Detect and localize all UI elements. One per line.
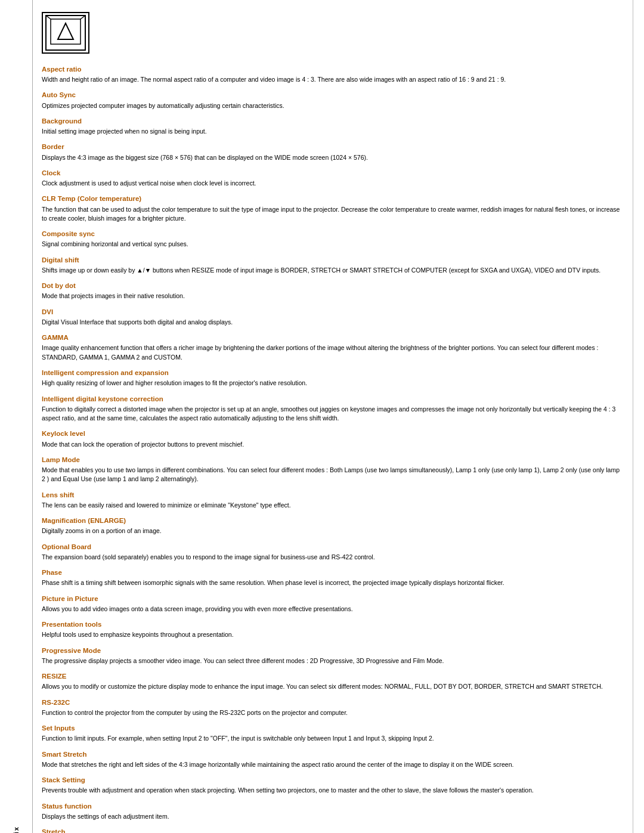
entry-title-clr-temp: CLR Temp (Color temperature) <box>42 194 620 203</box>
logo-box <box>42 12 89 54</box>
entry-desc-presentation-tools: Helpful tools used to emphasize keypoint… <box>42 631 234 638</box>
entry-desc-stack-setting: Prevents trouble with adjustment and ope… <box>42 786 534 794</box>
entry-desc-gamma: Image quality enhancement function that … <box>42 344 599 360</box>
entry-desc-intelligent-keystone: Function to digitally correct a distorte… <box>42 405 615 422</box>
entry-title-digital-shift: Digital shift <box>42 255 620 265</box>
svg-rect-2 <box>46 16 85 50</box>
entry-title-rs232c: RS-232C <box>42 698 620 707</box>
entry-title-border: Border <box>42 142 620 151</box>
entry-desc-composite-sync: Signal combining horizontal and vertical… <box>42 240 188 247</box>
entry-desc-phase: Phase shift is a timing shift between is… <box>42 579 504 586</box>
entry-title-set-inputs: Set Inputs <box>42 723 620 733</box>
entry-desc-lens-shift: The lens can be easily raised and lowere… <box>42 501 291 509</box>
entry-intelligent-keystone: Intelligent digital keystone correctionF… <box>42 394 620 423</box>
entry-phase: PhasePhase shift is a timing shift betwe… <box>42 568 620 587</box>
entry-desc-keylock: Mode that can lock the operation of proj… <box>42 441 244 448</box>
right-border <box>633 0 633 833</box>
entry-desc-intelligent-compression: High quality resizing of lower and highe… <box>42 379 307 386</box>
entry-stretch: StretchMode that stretches the 4:3 image… <box>42 827 620 833</box>
entry-presentation-tools: Presentation toolsHelpful tools used to … <box>42 620 620 639</box>
entry-title-keylock: Keylock level <box>42 429 620 438</box>
entry-clr-temp: CLR Temp (Color temperature)The function… <box>42 194 620 223</box>
entry-gamma: GAMMAImage quality enhancement function … <box>42 333 620 362</box>
entry-rs232c: RS-232CFunction to control the projector… <box>42 698 620 717</box>
entry-stack-setting: Stack SettingPrevents trouble with adjus… <box>42 775 620 795</box>
entry-desc-resize: Allows you to modify or customize the pi… <box>42 683 603 690</box>
entry-title-auto-sync: Auto Sync <box>42 90 620 100</box>
entry-lamp-mode: Lamp ModeMode that enables you to use tw… <box>42 455 620 484</box>
entry-set-inputs: Set InputsFunction to limit inputs. For … <box>42 723 620 743</box>
entry-title-phase: Phase <box>42 568 620 577</box>
entry-title-composite-sync: Composite sync <box>42 229 620 239</box>
entry-title-dot-by-dot: Dot by dot <box>42 281 620 290</box>
entry-desc-clock: Clock adjustment is used to adjust verti… <box>42 179 256 187</box>
sidebar: Appendix <box>0 0 33 833</box>
entry-picture-in-picture: Picture in PictureAllows you to add vide… <box>42 594 620 614</box>
entry-title-progressive-mode: Progressive Mode <box>42 646 620 655</box>
entry-background: BackgroundInitial setting image projecte… <box>42 116 620 136</box>
entry-aspect-ratio: Aspect ratioWidth and height ratio of an… <box>42 64 620 84</box>
entry-desc-set-inputs: Function to limit inputs. For example, w… <box>42 735 434 742</box>
entry-title-dvi: DVI <box>42 307 620 317</box>
entry-desc-aspect-ratio: Width and height ratio of an image. The … <box>42 76 506 83</box>
entry-desc-auto-sync: Optimizes projected computer images by a… <box>42 102 284 109</box>
entry-auto-sync: Auto SyncOptimizes projected computer im… <box>42 90 620 110</box>
entry-optional-board: Optional BoardThe expansion board (sold … <box>42 542 620 562</box>
entry-desc-status-function: Displays the settings of each adjustment… <box>42 813 169 820</box>
entry-desc-smart-stretch: Mode that stretches the right and left s… <box>42 761 513 768</box>
entry-title-picture-in-picture: Picture in Picture <box>42 594 620 603</box>
entry-title-optional-board: Optional Board <box>42 542 620 552</box>
entry-status-function: Status functionDisplays the settings of … <box>42 801 620 821</box>
entry-title-background: Background <box>42 116 620 126</box>
entry-composite-sync: Composite syncSignal combining horizonta… <box>42 229 620 249</box>
entry-clock: ClockClock adjustment is used to adjust … <box>42 168 620 188</box>
entry-desc-lamp-mode: Mode that enables you to use two lamps i… <box>42 466 620 482</box>
entry-title-intelligent-compression: Intelligent compression and expansion <box>42 368 620 377</box>
entry-title-status-function: Status function <box>42 801 620 811</box>
entry-title-aspect-ratio: Aspect ratio <box>42 64 620 74</box>
svg-marker-4 <box>58 23 73 39</box>
entry-dot-by-dot: Dot by dotMode that projects images in t… <box>42 281 620 301</box>
entry-smart-stretch: Smart StretchMode that stretches the rig… <box>42 750 620 769</box>
entry-desc-background: Initial setting image projected when no … <box>42 128 207 135</box>
entry-title-smart-stretch: Smart Stretch <box>42 750 620 759</box>
entry-digital-shift: Digital shiftShifts image up or down eas… <box>42 255 620 275</box>
entry-title-magnification: Magnification (ENLARGE) <box>42 516 620 525</box>
entry-desc-border: Displays the 4:3 image as the biggest si… <box>42 154 368 161</box>
entry-title-gamma: GAMMA <box>42 333 620 342</box>
entry-magnification: Magnification (ENLARGE)Digitally zooms i… <box>42 516 620 535</box>
entry-desc-optional-board: The expansion board (sold separately) en… <box>42 553 375 561</box>
entry-title-clock: Clock <box>42 168 620 178</box>
entry-dvi: DVIDigital Visual Interface that support… <box>42 307 620 327</box>
entry-title-stretch: Stretch <box>42 827 620 833</box>
entry-title-stack-setting: Stack Setting <box>42 775 620 785</box>
entry-desc-dot-by-dot: Mode that projects images in their nativ… <box>42 292 185 299</box>
entry-keylock: Keylock levelMode that can lock the oper… <box>42 429 620 448</box>
entry-desc-clr-temp: The function that can be used to adjust … <box>42 206 620 222</box>
entry-title-intelligent-keystone: Intelligent digital keystone correction <box>42 394 620 404</box>
appendix-label: Appendix <box>13 826 20 833</box>
entry-desc-digital-shift: Shifts image up or down easily by ▲/▼ bu… <box>42 267 600 274</box>
entry-desc-magnification: Digitally zooms in on a portion of an im… <box>42 527 162 534</box>
entry-title-lens-shift: Lens shift <box>42 490 620 500</box>
entry-title-resize: RESIZE <box>42 671 620 681</box>
entry-desc-picture-in-picture: Allows you to add video images onto a da… <box>42 605 353 612</box>
entries-container: Aspect ratioWidth and height ratio of an… <box>42 64 620 833</box>
entry-desc-dvi: Digital Visual Interface that supports b… <box>42 318 233 326</box>
entry-intelligent-compression: Intelligent compression and expansionHig… <box>42 368 620 388</box>
entry-title-lamp-mode: Lamp Mode <box>42 455 620 465</box>
entry-title-presentation-tools: Presentation tools <box>42 620 620 629</box>
entry-desc-rs232c: Function to control the projector from t… <box>42 709 348 716</box>
entry-desc-progressive-mode: The progressive display projects a smoot… <box>42 657 444 664</box>
entry-lens-shift: Lens shiftThe lens can be easily raised … <box>42 490 620 510</box>
entry-progressive-mode: Progressive ModeThe progressive display … <box>42 646 620 665</box>
entry-resize: RESIZEAllows you to modify or customize … <box>42 671 620 691</box>
entry-border: BorderDisplays the 4:3 image as the bigg… <box>42 142 620 162</box>
